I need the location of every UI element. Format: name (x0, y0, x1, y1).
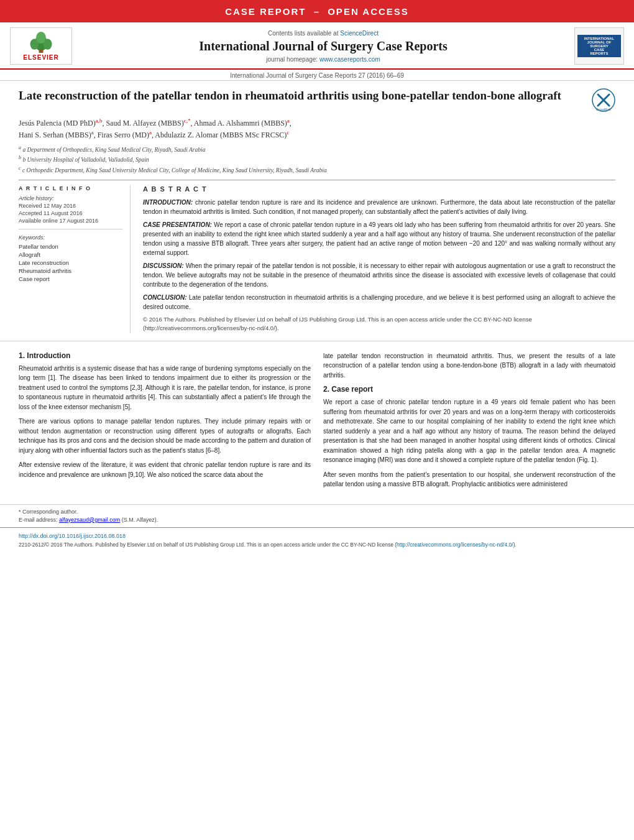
article-body: A R T I C L E I N F O Article history: R… (19, 180, 615, 333)
keyword-2: Allograft (19, 251, 122, 258)
info-divider (19, 229, 122, 229)
license-close: ). (513, 542, 517, 548)
intro-para-1: Rheumatoid arthritis is a systemic disea… (19, 364, 311, 412)
email-link[interactable]: alfayezsaud@gmail.com (59, 517, 120, 523)
copyright-text: © 2016 The Authors. Published by Elsevie… (143, 316, 532, 331)
case-para-1: We report a case of chronic patellar ten… (323, 397, 615, 465)
homepage-url[interactable]: www.casereports.com (319, 56, 380, 63)
affiliation-c: c Orthopedic Department, King Saud Unive… (22, 167, 327, 173)
banner-text: CASE REPORT – OPEN ACCESS (225, 6, 409, 17)
case-heading: 2. Case report (323, 385, 615, 394)
article-title: Late reconstruction of the patellar tend… (19, 88, 586, 104)
abstract-conclusion-label: CONCLUSION: (143, 294, 187, 301)
abstract-conclusion-text: Late patellar tendon reconstruction in r… (143, 294, 615, 310)
corresponding-note: * Corresponding author. (19, 509, 615, 515)
abstract-discussion-text: When the primary repair of the patellar … (143, 262, 615, 288)
intro-right-para: late patellar tendon reconstruction in r… (323, 351, 615, 381)
available-date: Available online 17 August 2016 (19, 218, 122, 224)
article-footer: http://dx.doi.org/10.1016/j.ijscr.2016.0… (0, 527, 634, 552)
abstract-conclusion: CONCLUSION: Late patellar tendon reconst… (143, 293, 615, 312)
email-note: E-mail address: alfayezsaud@gmail.com (S… (19, 517, 615, 523)
affiliations: a a Department of Orthopedics, King Saud… (19, 144, 615, 175)
svg-text:CrossMark: CrossMark (596, 108, 612, 111)
abstract-case-text: We report a case of chronic patellar ten… (143, 221, 615, 256)
keyword-3: Late reconstruction (19, 259, 122, 266)
sciencedirect-text: Contents lists available at (268, 30, 338, 37)
accepted-date: Accepted 11 August 2016 (19, 210, 122, 216)
affiliation-a: a Department of Orthopedics, King Saud M… (22, 147, 205, 153)
doi-link[interactable]: http://dx.doi.org/10.1016/j.ijscr.2016.0… (19, 533, 126, 539)
footnote-area: * Corresponding author. E-mail address: … (0, 504, 634, 527)
content-area: 1. Introduction Rheumatoid arthritis is … (0, 341, 634, 504)
elsevier-label: ELSEVIER (23, 54, 58, 61)
abstract-discussion: DISCUSSION: When the primary repair of t… (143, 261, 615, 289)
abstract-case: CASE PRESENTATION: We report a case of c… (143, 220, 615, 257)
article-main: Late reconstruction of the patellar tend… (0, 81, 634, 341)
abstract-discussion-label: DISCUSSION: (143, 262, 184, 269)
keyword-4: Rheumatoid arthritis (19, 267, 122, 274)
banner-text2: OPEN ACCESS (328, 6, 409, 17)
banner-dash: – (314, 6, 320, 17)
keyword-1: Patellar tendon (19, 243, 122, 250)
authors: Jesús Palencia (MD PhD)a,b, Saud M. Alfa… (19, 117, 615, 141)
journal-logo: INTERNATIONALJOURNAL OFSURGERYCASEREPORT… (574, 27, 624, 65)
footer-license: 2210-2612/© 2016 The Authors. Published … (19, 542, 615, 548)
svg-point-4 (36, 32, 46, 44)
left-column: 1. Introduction Rheumatoid arthritis is … (19, 351, 311, 494)
abstract-section: A B S T R A C T INTRODUCTION: chronic pa… (143, 185, 615, 333)
journal-homepage: journal homepage: www.casereports.com (85, 56, 562, 63)
affiliation-b: b University Hospital of Valladolid, Val… (22, 157, 149, 164)
abstract-intro-label: INTRODUCTION: (143, 199, 193, 206)
elsevier-tree-icon (22, 31, 60, 53)
sciencedirect-line: Contents lists available at ScienceDirec… (85, 30, 562, 37)
case-para-2: After seven months from the patient's pr… (323, 470, 615, 489)
citation-line: International Journal of Surgery Case Re… (0, 70, 634, 81)
banner-text1: CASE REPORT (225, 6, 306, 17)
license-url[interactable]: http://creativecommons.org/licenses/by-n… (397, 542, 513, 548)
article-info-title: A R T I C L E I N F O (19, 185, 122, 192)
abstract-case-label: CASE PRESENTATION: (143, 221, 212, 228)
keyword-5: Case report (19, 275, 122, 282)
right-column: late patellar tendon reconstruction in r… (323, 351, 615, 494)
journal-center: Contents lists available at ScienceDirec… (72, 30, 574, 63)
history-label: Article history: (19, 195, 122, 201)
email-name: (S.M. Alfayez). (122, 517, 158, 523)
case-report-banner: CASE REPORT – OPEN ACCESS (0, 0, 634, 22)
intro-heading: 1. Introduction (19, 351, 311, 360)
article-info: A R T I C L E I N F O Article history: R… (19, 185, 131, 333)
abstract-intro: INTRODUCTION: chronic patellar tendon ru… (143, 198, 615, 216)
journal-title: International Journal of Surgery Case Re… (85, 39, 562, 53)
email-label: E-mail address: (19, 517, 58, 523)
keywords-label: Keywords: (19, 234, 122, 241)
abstract-intro-text: chronic patellar tendon rupture is rare … (143, 199, 615, 215)
svg-rect-5 (39, 50, 44, 53)
received-date: Received 12 May 2016 (19, 203, 122, 209)
abstract-copyright: © 2016 The Authors. Published by Elsevie… (143, 315, 615, 333)
sciencedirect-link[interactable]: ScienceDirect (340, 30, 379, 37)
intro-para-3: After extensive review of the literature… (19, 460, 311, 479)
article-title-row: Late reconstruction of the patellar tend… (19, 88, 615, 112)
license-text: 2210-2612/© 2016 The Authors. Published … (19, 542, 397, 548)
footer-doi: http://dx.doi.org/10.1016/j.ijscr.2016.0… (19, 533, 615, 539)
homepage-text: journal homepage: (266, 56, 318, 63)
abstract-title: A B S T R A C T (143, 185, 615, 193)
crossmark-icon: CrossMark (592, 88, 615, 112)
journal-header: ELSEVIER Contents lists available at Sci… (0, 22, 634, 70)
journal-logo-inner: INTERNATIONALJOURNAL OFSURGERYCASEREPORT… (577, 35, 621, 57)
intro-para-2: There are various options to manage pate… (19, 417, 311, 455)
elsevier-logo: ELSEVIER (10, 27, 72, 65)
